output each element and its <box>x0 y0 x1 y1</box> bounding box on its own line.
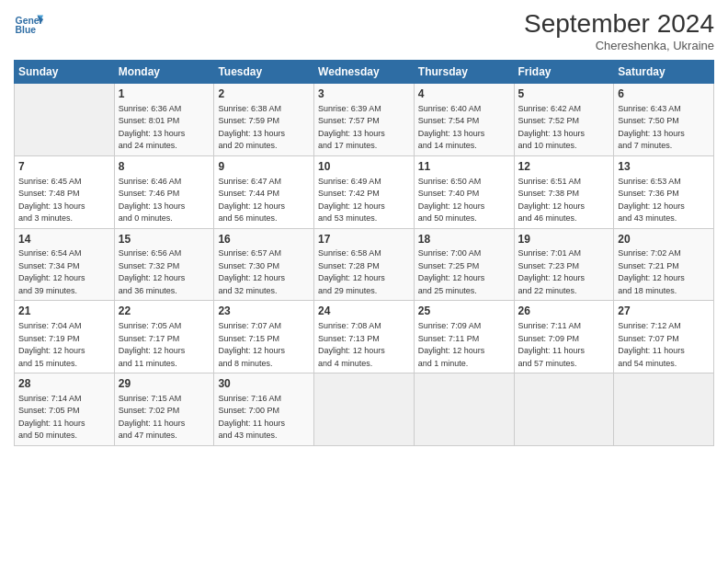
day-info: Sunrise: 6:56 AM Sunset: 7:32 PM Dayligh… <box>119 247 210 297</box>
day-info: Sunrise: 7:04 AM Sunset: 7:19 PM Dayligh… <box>18 320 110 370</box>
calendar-body: 1Sunrise: 6:36 AM Sunset: 8:01 PM Daylig… <box>15 84 714 446</box>
day-number: 12 <box>518 159 610 175</box>
day-number: 27 <box>618 304 710 319</box>
day-number: 23 <box>218 304 310 319</box>
day-info: Sunrise: 6:46 AM Sunset: 7:46 PM Dayligh… <box>119 176 210 225</box>
table-row: 20Sunrise: 7:02 AM Sunset: 7:21 PM Dayli… <box>614 228 714 301</box>
col-tuesday: Tuesday <box>214 61 314 84</box>
calendar-row: 21Sunrise: 7:04 AM Sunset: 7:19 PM Dayli… <box>15 301 714 373</box>
title-area: September 2024 Chereshenka, Ukraine <box>524 9 714 52</box>
day-number: 7 <box>18 159 110 175</box>
month-title: September 2024 <box>524 9 714 39</box>
day-number: 29 <box>119 376 210 392</box>
table-row: 5Sunrise: 6:42 AM Sunset: 7:52 PM Daylig… <box>514 84 614 156</box>
svg-text:Blue: Blue <box>16 25 37 35</box>
page-container: General Blue September 2024 Chereshenka,… <box>0 0 728 455</box>
day-number: 4 <box>418 86 510 102</box>
day-info: Sunrise: 7:09 AM Sunset: 7:11 PM Dayligh… <box>418 320 510 370</box>
day-number: 20 <box>618 232 710 247</box>
table-row: 22Sunrise: 7:05 AM Sunset: 7:17 PM Dayli… <box>114 301 214 373</box>
day-info: Sunrise: 6:51 AM Sunset: 7:38 PM Dayligh… <box>518 176 610 225</box>
day-number: 10 <box>318 159 410 175</box>
day-info: Sunrise: 7:02 AM Sunset: 7:21 PM Dayligh… <box>618 247 710 297</box>
table-row: 12Sunrise: 6:51 AM Sunset: 7:38 PM Dayli… <box>514 155 614 228</box>
table-row: 11Sunrise: 6:50 AM Sunset: 7:40 PM Dayli… <box>414 155 514 228</box>
table-row: 2Sunrise: 6:38 AM Sunset: 7:59 PM Daylig… <box>214 84 314 156</box>
logo: General Blue <box>14 9 43 39</box>
day-info: Sunrise: 6:50 AM Sunset: 7:40 PM Dayligh… <box>418 176 510 225</box>
table-row: 16Sunrise: 6:57 AM Sunset: 7:30 PM Dayli… <box>214 228 314 301</box>
table-row: 7Sunrise: 6:45 AM Sunset: 7:48 PM Daylig… <box>15 155 115 228</box>
table-row: 23Sunrise: 7:07 AM Sunset: 7:15 PM Dayli… <box>214 301 314 373</box>
day-info: Sunrise: 6:53 AM Sunset: 7:36 PM Dayligh… <box>618 176 710 225</box>
table-row: 28Sunrise: 7:14 AM Sunset: 7:05 PM Dayli… <box>15 373 115 446</box>
day-info: Sunrise: 6:49 AM Sunset: 7:42 PM Dayligh… <box>318 176 410 225</box>
table-row: 24Sunrise: 7:08 AM Sunset: 7:13 PM Dayli… <box>314 301 415 373</box>
table-row: 29Sunrise: 7:15 AM Sunset: 7:02 PM Dayli… <box>114 373 214 446</box>
day-number: 25 <box>418 304 510 319</box>
day-info: Sunrise: 6:39 AM Sunset: 7:57 PM Dayligh… <box>318 103 410 153</box>
day-number: 17 <box>318 232 410 247</box>
col-thursday: Thursday <box>414 61 514 84</box>
table-row: 19Sunrise: 7:01 AM Sunset: 7:23 PM Dayli… <box>514 228 614 301</box>
table-row: 9Sunrise: 6:47 AM Sunset: 7:44 PM Daylig… <box>214 155 314 228</box>
table-row: 8Sunrise: 6:46 AM Sunset: 7:46 PM Daylig… <box>114 155 214 228</box>
table-row: 1Sunrise: 6:36 AM Sunset: 8:01 PM Daylig… <box>114 84 214 156</box>
day-info: Sunrise: 7:11 AM Sunset: 7:09 PM Dayligh… <box>518 320 610 370</box>
day-info: Sunrise: 6:42 AM Sunset: 7:52 PM Dayligh… <box>518 103 610 153</box>
calendar-header: Sunday Monday Tuesday Wednesday Thursday… <box>15 61 714 84</box>
day-number: 9 <box>218 159 310 175</box>
col-wednesday: Wednesday <box>314 61 415 84</box>
table-row <box>514 373 614 446</box>
calendar-row: 28Sunrise: 7:14 AM Sunset: 7:05 PM Dayli… <box>15 373 714 446</box>
table-row: 6Sunrise: 6:43 AM Sunset: 7:50 PM Daylig… <box>614 84 714 156</box>
day-number: 24 <box>318 304 410 319</box>
day-number: 28 <box>18 376 110 392</box>
day-info: Sunrise: 7:05 AM Sunset: 7:17 PM Dayligh… <box>119 320 210 370</box>
day-info: Sunrise: 7:14 AM Sunset: 7:05 PM Dayligh… <box>18 393 110 442</box>
day-number: 14 <box>18 232 110 247</box>
day-info: Sunrise: 7:00 AM Sunset: 7:25 PM Dayligh… <box>418 247 510 297</box>
table-row: 4Sunrise: 6:40 AM Sunset: 7:54 PM Daylig… <box>414 84 514 156</box>
table-row <box>614 373 714 446</box>
calendar-table: Sunday Monday Tuesday Wednesday Thursday… <box>14 60 714 446</box>
table-row: 3Sunrise: 6:39 AM Sunset: 7:57 PM Daylig… <box>314 84 415 156</box>
day-info: Sunrise: 7:01 AM Sunset: 7:23 PM Dayligh… <box>518 247 610 297</box>
day-number: 11 <box>418 159 510 175</box>
col-monday: Monday <box>114 61 214 84</box>
day-number: 19 <box>518 232 610 247</box>
day-info: Sunrise: 7:08 AM Sunset: 7:13 PM Dayligh… <box>318 320 410 370</box>
day-info: Sunrise: 6:58 AM Sunset: 7:28 PM Dayligh… <box>318 247 410 297</box>
day-info: Sunrise: 7:12 AM Sunset: 7:07 PM Dayligh… <box>618 320 710 370</box>
day-number: 6 <box>618 86 710 102</box>
logo-icon: General Blue <box>14 9 43 39</box>
day-info: Sunrise: 6:54 AM Sunset: 7:34 PM Dayligh… <box>18 247 110 297</box>
day-info: Sunrise: 6:57 AM Sunset: 7:30 PM Dayligh… <box>218 247 310 297</box>
day-number: 5 <box>518 86 610 102</box>
day-number: 1 <box>119 86 210 102</box>
calendar-row: 7Sunrise: 6:45 AM Sunset: 7:48 PM Daylig… <box>15 155 714 228</box>
calendar-row: 1Sunrise: 6:36 AM Sunset: 8:01 PM Daylig… <box>15 84 714 156</box>
table-row: 25Sunrise: 7:09 AM Sunset: 7:11 PM Dayli… <box>414 301 514 373</box>
weekday-row: Sunday Monday Tuesday Wednesday Thursday… <box>15 61 714 84</box>
day-info: Sunrise: 7:16 AM Sunset: 7:00 PM Dayligh… <box>218 393 310 442</box>
table-row <box>314 373 415 446</box>
table-row: 30Sunrise: 7:16 AM Sunset: 7:00 PM Dayli… <box>214 373 314 446</box>
table-row: 13Sunrise: 6:53 AM Sunset: 7:36 PM Dayli… <box>614 155 714 228</box>
day-info: Sunrise: 7:07 AM Sunset: 7:15 PM Dayligh… <box>218 320 310 370</box>
table-row <box>414 373 514 446</box>
table-row: 14Sunrise: 6:54 AM Sunset: 7:34 PM Dayli… <box>15 228 115 301</box>
day-number: 15 <box>119 232 210 247</box>
table-row: 26Sunrise: 7:11 AM Sunset: 7:09 PM Dayli… <box>514 301 614 373</box>
day-number: 13 <box>618 159 710 175</box>
table-row: 21Sunrise: 7:04 AM Sunset: 7:19 PM Dayli… <box>15 301 115 373</box>
day-info: Sunrise: 6:36 AM Sunset: 8:01 PM Dayligh… <box>119 103 210 153</box>
day-info: Sunrise: 7:15 AM Sunset: 7:02 PM Dayligh… <box>119 393 210 442</box>
day-info: Sunrise: 6:40 AM Sunset: 7:54 PM Dayligh… <box>418 103 510 153</box>
table-row: 18Sunrise: 7:00 AM Sunset: 7:25 PM Dayli… <box>414 228 514 301</box>
day-info: Sunrise: 6:45 AM Sunset: 7:48 PM Dayligh… <box>18 176 110 225</box>
calendar-row: 14Sunrise: 6:54 AM Sunset: 7:34 PM Dayli… <box>15 228 714 301</box>
col-saturday: Saturday <box>614 61 714 84</box>
day-number: 18 <box>418 232 510 247</box>
table-row: 10Sunrise: 6:49 AM Sunset: 7:42 PM Dayli… <box>314 155 415 228</box>
